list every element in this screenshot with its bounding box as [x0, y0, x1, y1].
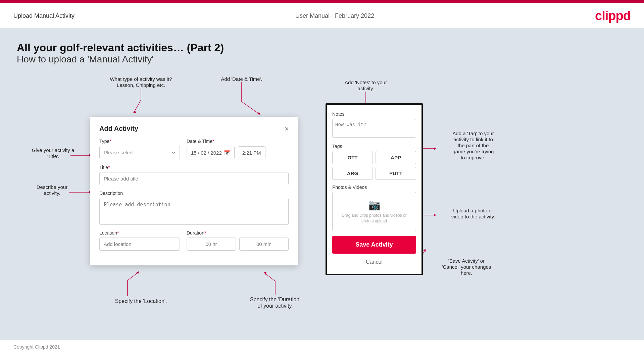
tag-ott[interactable]: OTT: [332, 151, 373, 164]
duration-min-input[interactable]: [239, 238, 289, 251]
photos-upload-area[interactable]: 📷 Drag and Drop photos and videos or cli…: [332, 192, 416, 231]
tags-grid: OTT APP ARG PUTT: [332, 151, 416, 180]
page-title-block: All your golf-relevant activities… (Part…: [17, 42, 627, 65]
tags-section: Tags OTT APP ARG PUTT: [332, 144, 416, 180]
datetime-input-group: 15 / 02 / 2022 📅 2:21 PM: [187, 146, 289, 159]
upload-text: Drag and Drop photos and videos or click…: [339, 213, 409, 224]
title-label: Title*: [99, 165, 289, 170]
page-title-regular: How to upload a 'Manual Activity': [17, 54, 627, 65]
tag-putt[interactable]: PUTT: [376, 167, 416, 180]
description-label: Description: [99, 191, 289, 196]
type-label: Type*: [99, 139, 180, 144]
phone-panel: Notes Tags OTT APP ARG PUTT Photos & Vid…: [326, 103, 423, 275]
form-group-datetime: Date & Time* 15 / 02 / 2022 📅 2:21 PM: [187, 139, 289, 159]
add-activity-dialog: Add Activity × Type* Please select Date …: [90, 117, 298, 265]
form-group-title: Title*: [99, 165, 289, 185]
time-input[interactable]: 2:21 PM: [238, 146, 265, 159]
logo: clippd: [595, 9, 631, 23]
tag-app[interactable]: APP: [376, 151, 416, 164]
calendar-icon: 📅: [224, 150, 230, 156]
form-row-description: Description: [99, 191, 289, 225]
form-row-location-duration: Location* Duration*: [99, 230, 289, 251]
photos-section: Photos & Videos 📷 Drag and Drop photos a…: [332, 185, 416, 231]
date-input[interactable]: 15 / 02 / 2022 📅: [187, 146, 235, 159]
header-center: User Manual - February 2022: [295, 12, 374, 19]
top-bar: [0, 0, 644, 3]
form-group-type: Type* Please select: [99, 139, 180, 159]
footer: Copyright Clippd 2021: [0, 340, 644, 354]
cancel-link[interactable]: Cancel: [332, 257, 416, 267]
copyright-text: Copyright Clippd 2021: [13, 344, 60, 350]
notes-label: Notes: [332, 111, 416, 117]
form-group-description: Description: [99, 191, 289, 225]
form-group-location: Location*: [99, 230, 180, 251]
form-row-title: Title*: [99, 165, 289, 185]
dialog-header: Add Activity ×: [99, 125, 289, 133]
upload-icon: 📷: [368, 199, 381, 211]
title-input[interactable]: [99, 172, 289, 185]
description-input[interactable]: [99, 198, 289, 225]
notes-section: Notes: [332, 111, 416, 139]
main-content: All your golf-relevant activities… (Part…: [0, 28, 644, 340]
header-left: Upload Manual Activity: [13, 12, 75, 19]
tags-label: Tags: [332, 144, 416, 149]
notes-input[interactable]: [332, 119, 416, 138]
tag-arg[interactable]: ARG: [332, 167, 373, 180]
photos-label: Photos & Videos: [332, 185, 416, 190]
location-label: Location*: [99, 230, 180, 236]
type-select[interactable]: Please select: [99, 146, 180, 159]
location-input[interactable]: [99, 238, 180, 251]
form-row-type-datetime: Type* Please select Date & Time* 15 / 02…: [99, 139, 289, 159]
header: Upload Manual Activity User Manual - Feb…: [0, 3, 644, 28]
form-group-duration: Duration*: [187, 230, 289, 251]
duration-label: Duration*: [187, 230, 289, 236]
save-activity-button[interactable]: Save Activity: [332, 236, 416, 254]
page-title-bold: All your golf-relevant activities… (Part…: [17, 42, 627, 54]
duration-input-group: [187, 238, 289, 251]
dialog-title: Add Activity: [99, 125, 138, 133]
datetime-label: Date & Time*: [187, 139, 289, 144]
duration-hr-input[interactable]: [187, 238, 236, 251]
dialog-close-button[interactable]: ×: [285, 125, 289, 132]
